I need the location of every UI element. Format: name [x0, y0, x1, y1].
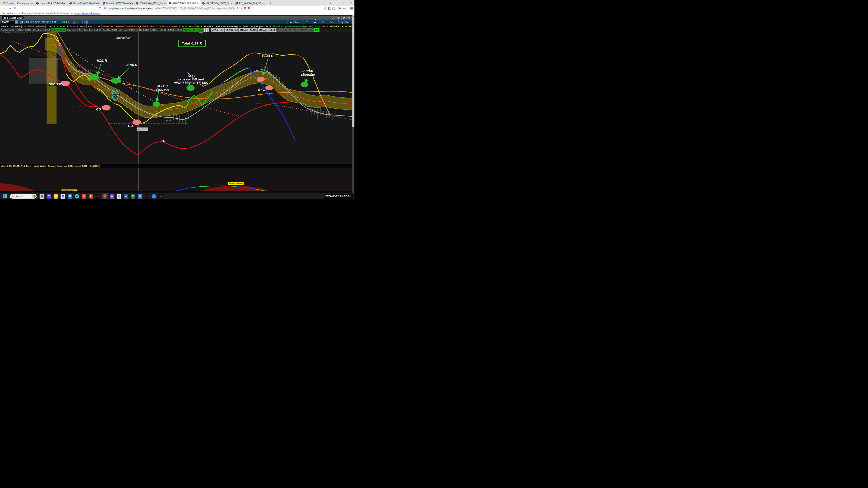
zoom-icon[interactable]: z	[151, 193, 157, 199]
tab-search-chevron-icon[interactable]: ∨	[327, 1, 334, 4]
forward-button[interactable]: →	[8, 6, 11, 9]
task-view-icon[interactable]: ▣	[39, 193, 45, 199]
tab-7[interactable]: KR_240524_EWW_30m.png (18×	[201, 1, 234, 6]
taskbar-icons: ▣T▤▦✉eSPılı◆▤WXS▲zılı	[39, 193, 164, 199]
maximize-button[interactable]: □	[341, 2, 348, 4]
tab-3[interactable]: Hamad EWZ 2024-05-24 -1.7R.png (	[68, 1, 101, 6]
navigation-bar: ← → ↻ ⚑ campfire-production-depot.s3.ama…	[0, 6, 354, 11]
purple-app-icon[interactable]: ◆	[109, 193, 115, 199]
tab-6[interactable]: KWujY4ubZJ.png (3816×2082)×	[167, 0, 201, 6]
trading-wave-icon[interactable]: ılı	[95, 193, 101, 199]
snagit-icon[interactable]: S	[81, 193, 87, 199]
adguard-icon[interactable]	[248, 7, 250, 10]
microsoft-store-glyph: ▦	[61, 194, 65, 199]
globe-icon	[103, 2, 105, 4]
scrollbar[interactable]	[352, 15, 354, 193]
back-button[interactable]: ←	[3, 6, 6, 9]
tab-close-icon[interactable]: ×	[197, 2, 199, 4]
import-bookmarks-link[interactable]: Import bookmarks now...	[74, 12, 100, 14]
notepad-icon[interactable]: ▤	[116, 193, 122, 199]
settings-button[interactable]	[319, 20, 327, 24]
bookmark-flag-icon[interactable]: ⚑	[99, 6, 101, 9]
campfire-icon	[3, 2, 5, 4]
symbol-input[interactable]: EWW	[1, 20, 18, 24]
report-button[interactable]	[303, 20, 311, 24]
file-explorer-icon[interactable]: ▤	[53, 193, 59, 199]
trading-wave-2-running-dot	[160, 199, 161, 199]
interval-dropdown[interactable]: 3m	[327, 20, 338, 24]
share-icon[interactable]: ↗	[241, 7, 242, 10]
zoom-out-icon[interactable]	[237, 7, 239, 9]
sidebar-icon[interactable]	[328, 7, 331, 10]
stat-cell-5: Gap stat =0.59	[66, 28, 83, 32]
flame-app-icon[interactable]: ▲	[144, 193, 150, 199]
stat-cell-10: ATR% =1.5961	[151, 28, 167, 32]
annotation-cd-2: CD	[128, 124, 133, 127]
main-chart[interactable]: Jonathan-0.21 R-0.96 RSFC/ZP3gapCDCD-0.7…	[0, 32, 352, 164]
pink-marker-2	[102, 105, 111, 110]
trading-wave-2-glyph: ılı	[159, 194, 163, 199]
trading-wave-2-icon[interactable]: ılı	[158, 193, 164, 199]
pink-marker-3	[132, 120, 141, 125]
new-tab-button[interactable]: +	[268, 1, 273, 5]
zoom-running-dot	[153, 199, 154, 199]
trading-wave-glyph: ılı	[96, 194, 100, 199]
macd-panel[interactable]: HarshSummerHarshSummerHARSHWINTER	[0, 168, 352, 191]
scroll-up-arrow[interactable]	[352, 15, 354, 18]
tab-2[interactable]: Hamad DIA 2024-05-24 +1R.png (2	[35, 1, 68, 6]
scrollbar-thumb[interactable]	[352, 18, 354, 127]
caret-down-icon	[334, 22, 336, 23]
reload-button[interactable]: ↻	[14, 6, 16, 9]
stat-cell-8: SN ratio=0.4649	[119, 28, 136, 32]
tab-preview-icon[interactable]	[333, 7, 335, 10]
edge-icon[interactable]: e	[74, 193, 80, 199]
powerpoint-icon[interactable]: P	[88, 193, 94, 199]
annotation-minus-021r: -0.21 R	[96, 59, 107, 62]
green-marker-3	[153, 101, 160, 107]
start-button[interactable]	[2, 194, 7, 199]
pink-marker-4	[256, 76, 265, 82]
tab-1[interactable]: Campfire: Primary and Intraday Mas	[1, 1, 35, 6]
symbol-dropdown-caret[interactable]	[15, 20, 18, 24]
stat-cell-3: FrogBox=0.3505	[32, 28, 51, 32]
study-cell-4: H: 66.15	[56, 24, 66, 28]
menu-icon[interactable]	[350, 7, 352, 9]
blue-s-app-icon[interactable]: S	[137, 193, 143, 199]
vpn-button[interactable]: VPN	[337, 7, 348, 10]
stat-cell-b6: R6 =0.24	[288, 28, 299, 32]
excel-icon[interactable]: X	[130, 193, 136, 199]
url-text[interactable]: campfire-production-depot.s3.amazonaws.c…	[107, 7, 235, 10]
minimize-button[interactable]: −	[334, 2, 341, 4]
style-dropdown[interactable]: Style	[338, 20, 352, 24]
flask-icon	[314, 21, 316, 23]
mail-icon[interactable]: ✉	[67, 193, 73, 199]
tab-5[interactable]: 2024-05-24_MRK_Tim.jpg (892×622)	[134, 1, 167, 6]
stat-cell-b4: 10DayLo =66.05	[258, 28, 276, 32]
stat-cell-7: FailStat=0.585	[102, 28, 119, 32]
site-info-icon[interactable]	[104, 7, 106, 9]
study-cell-11: 66.13	[188, 24, 195, 28]
microsoft-store-icon[interactable]: ▦	[60, 193, 66, 199]
flexible-grid-tab[interactable]: Flexible Grid	[2, 16, 24, 20]
green-marker-2	[111, 78, 121, 84]
tab-8[interactable]: KR_240524_DIA_30m.png (1884×16	[234, 1, 267, 6]
studies-button[interactable]	[311, 20, 319, 24]
brave-shield-icon[interactable]	[244, 7, 246, 10]
teams-icon[interactable]: T	[46, 193, 52, 199]
brave-icon[interactable]	[102, 193, 108, 199]
media-control-icon[interactable]: ♫	[323, 6, 326, 10]
last-price: 66.21	[62, 21, 69, 24]
clock-widget[interactable]: 2024-05-26 01:12:01	[324, 194, 352, 199]
share-button[interactable]: Share	[287, 20, 303, 24]
purple-app-glyph: ◆	[110, 194, 114, 199]
excel-running-dot	[132, 199, 133, 199]
tab-close-icon[interactable]: ×	[230, 2, 232, 4]
tab-4[interactable]: Hamad EWW 2024-05-24 -2.4R.png	[101, 1, 134, 6]
taskbar-search[interactable]: Search	[10, 194, 37, 199]
word-icon[interactable]: W	[123, 193, 129, 199]
blue-s-app-glyph: S	[138, 194, 142, 199]
powerpoint-running-dot	[90, 199, 91, 199]
close-button[interactable]: ×	[348, 2, 354, 4]
stat-cell-9: ATR=1.0611	[136, 28, 151, 32]
address-bar[interactable]: campfire-production-depot.s3.amazonaws.c…	[102, 6, 252, 11]
